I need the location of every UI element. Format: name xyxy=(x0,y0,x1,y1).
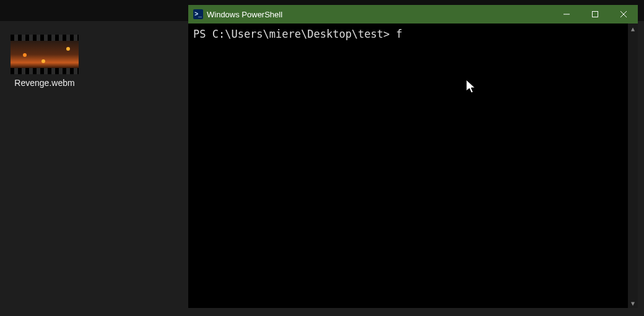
terminal-body[interactable]: PS C:\Users\miere\Desktop\test> f ▲ ▼ xyxy=(188,23,638,308)
scroll-up-icon[interactable]: ▲ xyxy=(628,23,638,33)
powershell-icon: >_ xyxy=(193,9,203,19)
video-thumbnail-icon xyxy=(11,35,79,74)
svg-rect-0 xyxy=(593,12,598,17)
minimize-button[interactable] xyxy=(552,5,581,23)
close-button[interactable] xyxy=(609,5,638,23)
titlebar[interactable]: >_ Windows PowerShell xyxy=(188,5,638,23)
typed-command: f xyxy=(396,28,402,40)
desktop: Revenge.webm >_ Windows PowerShell PS C:… xyxy=(0,0,644,316)
window-title: Windows PowerShell xyxy=(207,10,282,19)
scrollbar-vertical[interactable]: ▲ ▼ xyxy=(628,23,638,308)
maximize-button[interactable] xyxy=(581,5,609,23)
powershell-window: >_ Windows PowerShell PS C:\Users\miere\… xyxy=(188,5,638,308)
desktop-file[interactable]: Revenge.webm xyxy=(7,35,82,88)
maximize-icon xyxy=(592,11,598,17)
minimize-icon xyxy=(564,11,570,17)
scroll-down-icon[interactable]: ▼ xyxy=(628,298,638,308)
close-icon xyxy=(620,11,627,17)
desktop-file-label: Revenge.webm xyxy=(7,78,82,88)
prompt-text: PS C:\Users\miere\Desktop\test> xyxy=(193,28,396,40)
